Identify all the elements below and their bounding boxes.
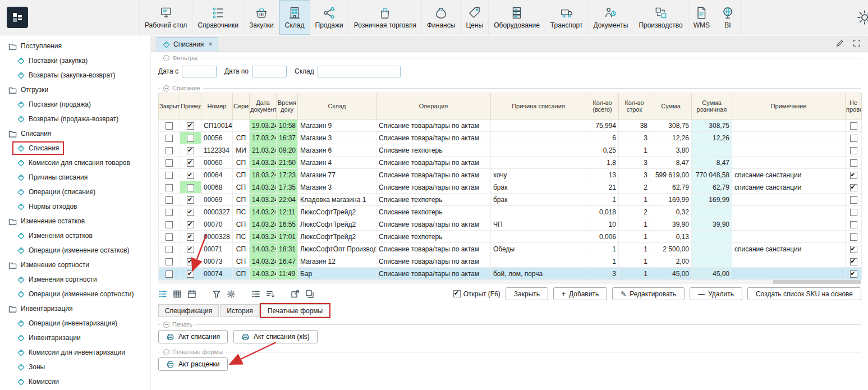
tree-folder[interactable]: Поступления xyxy=(0,39,150,53)
table-row[interactable]: 00070СП14.03.2416:55ЛюксСофтТрейд2Списан… xyxy=(159,218,862,231)
tree-folder[interactable]: Изменение остатков xyxy=(0,214,150,228)
tree-item[interactable]: Операции (инвентаризация) xyxy=(0,316,150,331)
tree-item[interactable]: Поставки (закупка) xyxy=(0,53,150,68)
no-post-checkbox[interactable] xyxy=(850,258,857,265)
app-logo[interactable] xyxy=(7,7,28,28)
closed-checkbox[interactable] xyxy=(166,246,173,253)
scrollbar-thumb[interactable] xyxy=(773,280,861,284)
tree-item[interactable]: Операции (списание) xyxy=(0,185,150,199)
closed-checkbox[interactable] xyxy=(166,135,173,142)
tab-close-icon[interactable]: × xyxy=(208,40,212,48)
act-spisaniya-button[interactable]: Акт списания xyxy=(158,330,228,343)
table-row[interactable]: 00064СП18.03.2417:23Магазин 77Списание т… xyxy=(159,169,862,181)
tree-item[interactable]: Возвраты (продажа-возврат) xyxy=(0,112,150,126)
act-spisaniya-xls-button[interactable]: Акт списания (xls) xyxy=(233,330,318,343)
date-from-input[interactable] xyxy=(182,66,217,77)
closed-checkbox[interactable] xyxy=(166,172,173,179)
open-f6-checkbox[interactable]: Открыт (F6) xyxy=(453,290,500,298)
table-row[interactable]: 00060СП14.03.2421:50Магазин 4Списание то… xyxy=(159,157,862,169)
verified-checkbox[interactable] xyxy=(187,209,194,216)
tree-folder[interactable]: Отгрузки xyxy=(0,82,150,97)
verified-checkbox[interactable] xyxy=(187,184,194,191)
table-row[interactable]: 00068СП14.03.2417:35Магазин 3Списание то… xyxy=(159,181,862,194)
warehouse-filter-input[interactable] xyxy=(318,66,401,77)
column-header[interactable]: Закрыт xyxy=(159,93,180,120)
table-row[interactable]: 0000328ПС14.03.2417:01ЛюксСофтТрейд2Спис… xyxy=(159,231,862,243)
menu-item-warehouse[interactable]: Склад xyxy=(279,0,310,35)
table-row[interactable]: СП10014119.03.2410:58Магазин 9Списание т… xyxy=(159,120,862,132)
tab-specification[interactable]: Спецификация xyxy=(158,304,219,317)
column-header[interactable]: Операция xyxy=(376,93,491,120)
verified-checkbox[interactable] xyxy=(187,172,194,179)
collapse-icon[interactable] xyxy=(163,85,169,91)
column-header[interactable]: Кол-во строк xyxy=(619,93,650,120)
date-to-input[interactable] xyxy=(252,66,287,77)
column-header[interactable]: Причина списания xyxy=(491,93,586,120)
delete-button[interactable]: —Удалить xyxy=(690,287,742,300)
tree-item[interactable]: Комиссии xyxy=(0,374,150,389)
add-button[interactable]: +Добавить xyxy=(553,287,607,300)
no-post-checkbox[interactable] xyxy=(850,147,857,154)
fullscreen-button[interactable] xyxy=(852,39,861,49)
no-post-checkbox[interactable] xyxy=(850,233,857,241)
tree-item[interactable]: Изменения сортности xyxy=(0,272,150,287)
menu-item-references[interactable]: Справочники xyxy=(192,0,244,35)
verified-checkbox[interactable] xyxy=(187,221,194,228)
horizontal-scrollbar[interactable] xyxy=(158,280,861,284)
closed-checkbox[interactable] xyxy=(166,221,173,228)
no-post-checkbox[interactable] xyxy=(850,184,857,191)
menu-item-documents[interactable]: Документы xyxy=(589,0,634,35)
no-post-checkbox[interactable] xyxy=(850,246,857,253)
column-header[interactable]: Сумма розничная xyxy=(692,93,732,120)
tab-history[interactable]: История xyxy=(220,304,260,317)
view-copy-button[interactable] xyxy=(305,290,314,299)
column-header[interactable]: Примечание xyxy=(732,93,846,120)
verified-checkbox[interactable] xyxy=(187,196,194,204)
tree-folder[interactable]: Изменение сортности xyxy=(0,258,150,272)
menu-item-desktop[interactable]: Рабочий стол xyxy=(139,0,192,35)
edit-button[interactable]: ✎Редактировать xyxy=(612,287,685,300)
view-table-view-button[interactable] xyxy=(173,290,182,299)
table-row[interactable]: 00071СП14.03.2418:31ЛюксСофтОпт Производ… xyxy=(159,243,862,255)
verified-checkbox[interactable] xyxy=(187,135,194,142)
menu-item-finance[interactable]: Финансы xyxy=(422,0,461,35)
view-filter-button[interactable] xyxy=(212,290,221,299)
closed-checkbox[interactable] xyxy=(166,270,173,278)
menu-item-retail[interactable]: Розничная торговля xyxy=(349,0,422,35)
table-row[interactable]: 00074СП14.03.2411:49БарСписание товара/т… xyxy=(159,268,862,280)
no-post-checkbox[interactable] xyxy=(850,209,857,216)
table-row[interactable]: 00073СП14.03.2416:47Магазин 12Списание т… xyxy=(159,255,862,268)
collapse-icon[interactable] xyxy=(163,55,169,61)
closed-checkbox[interactable] xyxy=(166,184,173,191)
closed-checkbox[interactable] xyxy=(166,209,173,216)
closed-checkbox[interactable] xyxy=(166,258,173,265)
collapse-icon[interactable] xyxy=(163,322,169,328)
closed-checkbox[interactable] xyxy=(166,196,173,204)
verified-checkbox[interactable] xyxy=(187,258,194,265)
menu-item-prices[interactable]: Цены xyxy=(461,0,489,35)
tree-item[interactable]: Инвентаризации xyxy=(0,331,150,345)
tree-folder[interactable]: Списания xyxy=(0,126,150,141)
view-sort-button[interactable] xyxy=(266,290,275,299)
no-post-checkbox[interactable] xyxy=(850,159,857,167)
table-row[interactable]: 0000327ПС14.03.2412:11ЛюксСофтТрейд2Спис… xyxy=(159,206,862,218)
tab-print-forms[interactable]: Печатные формы xyxy=(261,304,329,317)
menu-item-bi[interactable]: BI xyxy=(715,0,741,35)
verified-checkbox[interactable] xyxy=(187,147,194,154)
checkbox-icon[interactable] xyxy=(453,290,461,297)
column-header[interactable]: Сумма xyxy=(650,93,692,120)
tree-item[interactable]: Изменения остатков xyxy=(0,228,150,243)
menu-item-purchases[interactable]: Закупки xyxy=(244,0,279,35)
close-button[interactable]: Закрыть xyxy=(506,287,548,300)
verified-checkbox[interactable] xyxy=(187,159,194,167)
column-header[interactable]: Склад xyxy=(298,93,376,120)
tree-item[interactable]: Причины списания xyxy=(0,170,150,185)
closed-checkbox[interactable] xyxy=(166,147,173,154)
menu-item-wms[interactable]: WMS xyxy=(688,0,715,35)
column-header[interactable]: Серия xyxy=(233,93,250,120)
tree-item[interactable]: Зоны xyxy=(0,360,150,374)
tab-spisaniya[interactable]: Списания × xyxy=(157,37,218,51)
tree-item[interactable]: Комиссии для инвентаризации xyxy=(0,345,150,360)
closed-checkbox[interactable] xyxy=(166,122,173,130)
view-export-button[interactable] xyxy=(291,290,300,299)
